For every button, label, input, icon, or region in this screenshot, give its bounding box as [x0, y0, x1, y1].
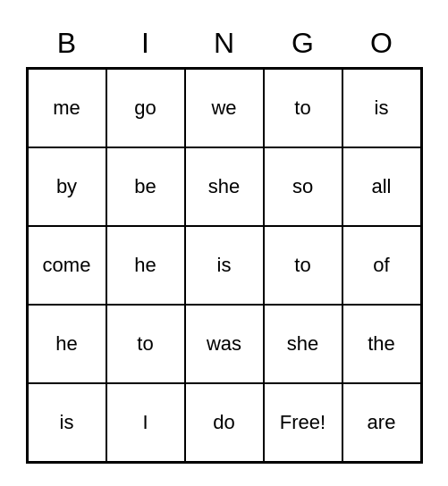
bingo-cell-r1-c0: by — [28, 147, 106, 226]
bingo-header: BINGO — [28, 23, 421, 63]
bingo-cell-r0-c3: to — [264, 69, 342, 147]
bingo-cell-r2-c2: is — [185, 226, 264, 305]
bingo-grid: megowetoisbybeshesoallcomeheistoofhetowa… — [26, 67, 423, 464]
bingo-cell-r4-c4: are — [342, 383, 421, 462]
header-letter-g: G — [264, 23, 342, 63]
bingo-cell-r1-c2: she — [185, 147, 264, 226]
bingo-cell-r4-c0: is — [28, 383, 106, 462]
bingo-cell-r4-c1: I — [106, 383, 185, 462]
header-letter-o: O — [342, 23, 421, 63]
bingo-cell-r2-c1: he — [106, 226, 185, 305]
bingo-cell-r3-c1: to — [106, 305, 185, 383]
bingo-cell-r4-c3: Free! — [264, 383, 342, 462]
bingo-cell-r0-c0: me — [28, 69, 106, 147]
bingo-cell-r3-c3: she — [264, 305, 342, 383]
bingo-cell-r1-c4: all — [342, 147, 421, 226]
bingo-cell-r3-c4: the — [342, 305, 421, 383]
bingo-cell-r3-c0: he — [28, 305, 106, 383]
bingo-cell-r1-c3: so — [264, 147, 342, 226]
bingo-cell-r1-c1: be — [106, 147, 185, 226]
bingo-cell-r0-c4: is — [342, 69, 421, 147]
bingo-cell-r0-c2: we — [185, 69, 264, 147]
header-letter-i: I — [106, 23, 185, 63]
header-letter-b: B — [28, 23, 106, 63]
bingo-cell-r2-c3: to — [264, 226, 342, 305]
bingo-card: BINGO megowetoisbybeshesoallcomeheistoof… — [26, 23, 423, 464]
bingo-cell-r0-c1: go — [106, 69, 185, 147]
bingo-cell-r4-c2: do — [185, 383, 264, 462]
bingo-cell-r3-c2: was — [185, 305, 264, 383]
header-letter-n: N — [185, 23, 264, 63]
bingo-cell-r2-c4: of — [342, 226, 421, 305]
bingo-cell-r2-c0: come — [28, 226, 106, 305]
